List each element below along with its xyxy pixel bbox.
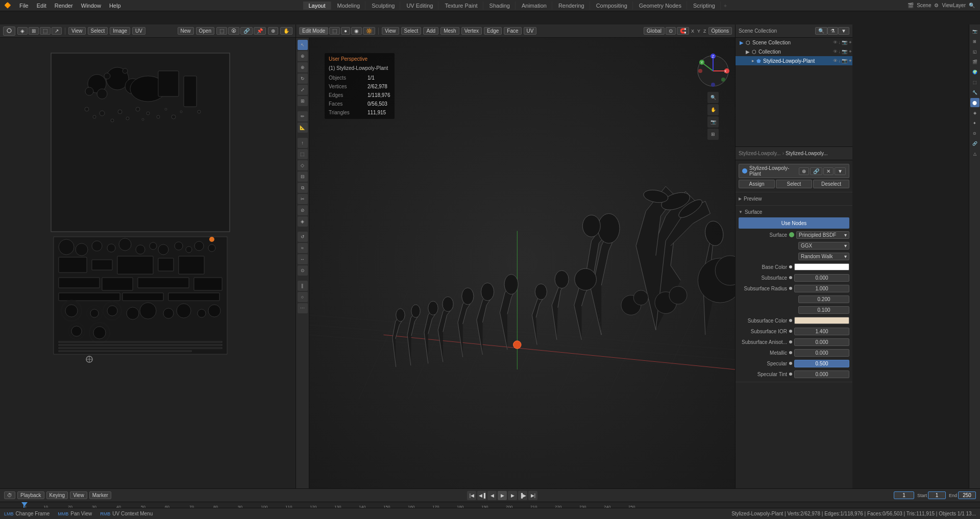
uv-pin-icon[interactable]: 📌 [254, 27, 266, 35]
uv-mode-selector[interactable] [3, 27, 15, 36]
menu-file[interactable]: File [15, 2, 33, 10]
jump-start-btn[interactable]: |◀ [467, 491, 476, 500]
prop-icon-object[interactable]: ⬚ [970, 78, 979, 87]
mode-tab-uv-editing[interactable]: UV Editing [401, 2, 438, 10]
prop-icon-world[interactable]: 🌍 [970, 67, 979, 77]
viewport-edge-btn[interactable]: Edge [484, 27, 502, 35]
surface-type-dropdown[interactable]: Principled BSDF ▾ [796, 231, 849, 239]
viewport-uv-btn[interactable]: UV [524, 27, 537, 35]
uv-ctrl-1[interactable]: ⬚ [216, 27, 227, 35]
uv-crosshair[interactable]: ⊕ [268, 27, 278, 35]
spin-tool[interactable]: ↺ [298, 232, 308, 242]
viewport-face-btn[interactable]: Face [504, 27, 521, 35]
annotate-tool[interactable]: ✏ [298, 111, 308, 121]
metallic-val[interactable]: 0.000 [794, 349, 849, 357]
play-btn[interactable]: ▶ [498, 491, 507, 500]
next-keyframe-btn[interactable]: ▐▶ [518, 491, 527, 500]
to-sphere-tool[interactable]: ○ [298, 292, 308, 302]
prop-icon-object-data[interactable]: △ [970, 149, 979, 158]
ggx-dropdown[interactable]: GGX ▾ [798, 242, 849, 250]
uv-new-btn[interactable]: New [178, 27, 194, 35]
mode-tab-texture-paint[interactable]: Texture Paint [439, 2, 483, 10]
prop-icon-render[interactable]: 📷 [970, 27, 979, 36]
uv-hand[interactable]: ✋ [280, 27, 292, 35]
end-frame-input[interactable]: 250 [958, 491, 976, 499]
assign-btn[interactable]: Assign [739, 180, 775, 188]
uv-ctrl-3[interactable]: 🔗 [240, 27, 253, 35]
inset-tool[interactable]: ⬚ [298, 149, 308, 159]
uv-ctrl-2[interactable]: ⦿ [228, 27, 239, 35]
prop-icon-modifier[interactable]: 🔧 [970, 88, 979, 97]
shading-solid[interactable]: ● [341, 27, 350, 35]
jump-end-btn[interactable]: ▶| [528, 491, 537, 500]
transform-coords[interactable]: Global [644, 27, 665, 35]
subsurface-value[interactable]: 0.000 [794, 274, 849, 282]
breadcrumb-item-1[interactable]: Stylized-Lowpoly... [739, 151, 781, 156]
prop-icon-scene[interactable]: 🎬 [970, 57, 979, 66]
menu-blender[interactable]: 🔶 [0, 1, 15, 10]
specular-tint-val[interactable]: 0.000 [794, 370, 849, 378]
outliner-stylized-plant[interactable]: ▸ ⬟ Stylized-Lowpoly-Plant 👁 ↓ 📷 ✦ [736, 56, 852, 65]
rip-tool[interactable]: ⋯ [298, 303, 308, 313]
outliner-filter[interactable]: ⚗ [827, 27, 838, 35]
specular-val[interactable]: 0.500 [794, 360, 849, 367]
uv-icon-1[interactable]: ◈ [17, 27, 28, 35]
menu-edit[interactable]: Edit [33, 2, 51, 10]
edit-mode-dropdown[interactable]: Edit Mode [299, 27, 328, 35]
select-btn[interactable]: Select [776, 180, 812, 188]
base-color-swatch[interactable] [794, 263, 849, 270]
preview-header[interactable]: ▶ Preview [739, 194, 849, 203]
viewport-add-btn[interactable]: Add [423, 27, 438, 35]
use-nodes-btn[interactable]: Use Nodes [739, 217, 849, 229]
prev-frame-btn[interactable]: ◀ [487, 491, 497, 500]
edge-slide-tool[interactable]: ↔ [298, 254, 308, 264]
prop-icon-output[interactable]: ⊞ [970, 37, 979, 46]
start-frame-input[interactable]: 1 [928, 491, 946, 499]
viewport-mesh-btn[interactable]: Mesh [440, 27, 459, 35]
polyquilt-tool[interactable]: ◈ [298, 216, 308, 227]
move-tool[interactable]: ⊕ [298, 62, 308, 72]
subsurface-ior-val[interactable]: 1.400 [794, 328, 849, 335]
outliner-search[interactable]: 🔍 [815, 27, 827, 35]
mode-tab-scripting[interactable]: Scripting [688, 2, 721, 10]
outliner-options[interactable]: ▼ [838, 27, 849, 35]
knife-tool[interactable]: ✂ [298, 194, 308, 204]
scale-tool[interactable]: ⤢ [298, 85, 308, 95]
current-frame-input[interactable]: 1 [894, 491, 914, 499]
3d-scene[interactable]: User Perspective (1) Stylized-Lowpoly-Pl… [309, 38, 735, 488]
uv-icon-4[interactable]: ↗ [52, 27, 62, 35]
subsurface-color-swatch[interactable] [794, 317, 849, 324]
select-tool[interactable]: ↖ [298, 40, 308, 50]
marker-menu[interactable]: Marker [89, 491, 111, 499]
rotate-tool[interactable]: ↻ [298, 73, 308, 84]
proportional-edit[interactable]: ⊙ [666, 27, 676, 35]
smooth-tool[interactable]: ≈ [298, 243, 308, 253]
prop-icon-material[interactable]: ⬤ [970, 98, 979, 107]
subsurface-radius-val-3[interactable]: 0.100 [798, 306, 849, 314]
bisect-tool[interactable]: ⊘ [298, 205, 308, 215]
mode-tab-sculpting[interactable]: Sculpting [366, 2, 400, 10]
playback-menu[interactable]: Playback [17, 491, 44, 499]
menu-help[interactable]: Help [105, 2, 125, 10]
outliner-scene-collection[interactable]: ▶ ⬡ Scene Collection 👁 ↓ 📷 ✦ [736, 38, 852, 47]
subsurface-aniso-val[interactable]: 0.000 [794, 338, 849, 346]
measure-tool[interactable]: 📐 [298, 122, 308, 133]
breadcrumb-item-2[interactable]: Stylized-Lowpoly... [786, 151, 828, 156]
uv-canvas[interactable] [0, 38, 296, 488]
viewport-select-btn[interactable]: Select [401, 27, 422, 35]
menu-window[interactable]: Window [77, 2, 105, 10]
shading-material[interactable]: ◉ [351, 27, 362, 35]
prop-icon-view-layer[interactable]: ◱ [970, 47, 979, 56]
mat-copy-btn[interactable]: ⊕ [799, 167, 809, 175]
uv-open-btn[interactable]: Open [196, 27, 214, 35]
mode-tab-layout[interactable]: Layout [303, 2, 331, 10]
subsurface-radius-val-2[interactable]: 0.200 [798, 295, 849, 303]
mode-tab-rendering[interactable]: Rendering [553, 2, 590, 10]
prop-icon-data[interactable]: ◈ [970, 108, 979, 117]
mat-link-btn[interactable]: 🔗 [810, 167, 822, 175]
mode-tab-animation[interactable]: Animation [517, 2, 552, 10]
options-btn[interactable]: Options [708, 27, 732, 35]
offset-edge-tool[interactable]: ⧉ [298, 183, 308, 193]
next-frame-btn[interactable]: ▶ [508, 491, 517, 500]
timeline-editor-icon[interactable]: ⏱ [4, 491, 15, 499]
